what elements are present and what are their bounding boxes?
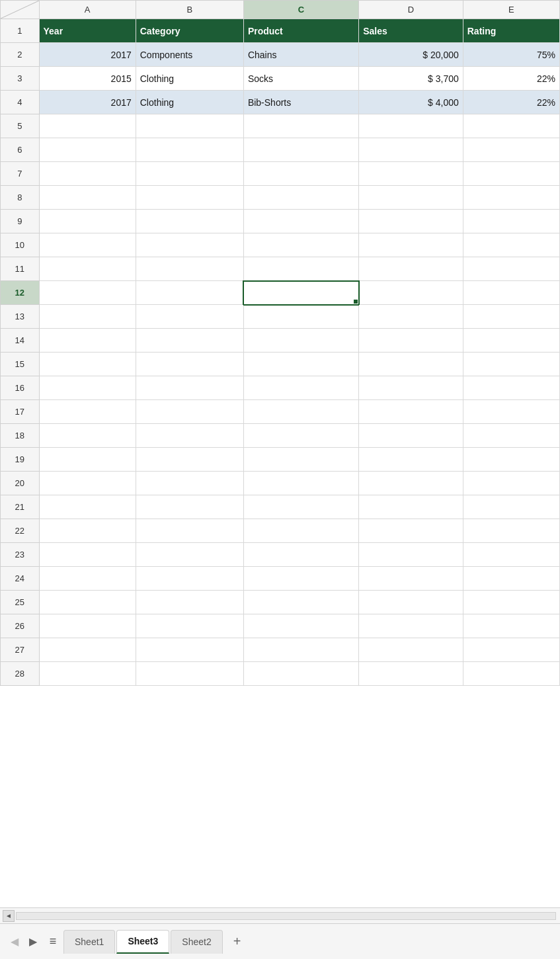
row-header-23[interactable]: 23 <box>1 543 40 567</box>
cell-A18[interactable] <box>39 424 136 448</box>
cell-C4[interactable]: Bib-Shorts <box>243 91 358 114</box>
row-header-7[interactable]: 7 <box>1 162 40 186</box>
cell-B22[interactable] <box>136 519 243 543</box>
cell-E5[interactable] <box>463 114 559 138</box>
cell-A25[interactable] <box>39 591 136 614</box>
tab-next-button[interactable]: ▶ <box>24 931 42 952</box>
cell-C17[interactable] <box>243 400 358 424</box>
tab-menu-button[interactable]: ≡ <box>42 931 63 952</box>
col-header-E[interactable]: E <box>463 1 559 19</box>
cell-B8[interactable] <box>136 186 243 210</box>
cell-D13[interactable] <box>359 305 463 329</box>
row-header-14[interactable]: 14 <box>1 329 40 353</box>
cell-B16[interactable] <box>136 376 243 400</box>
row-header-15[interactable]: 15 <box>1 353 40 376</box>
cell-B10[interactable] <box>136 233 243 257</box>
cell-B26[interactable] <box>136 614 243 638</box>
row-header-9[interactable]: 9 <box>1 210 40 233</box>
cell-E24[interactable] <box>463 567 559 591</box>
cell-B7[interactable] <box>136 162 243 186</box>
cell-C13[interactable] <box>243 305 358 329</box>
cell-D21[interactable] <box>359 495 463 519</box>
col-header-C[interactable]: C <box>243 1 358 19</box>
cell-E17[interactable] <box>463 400 559 424</box>
cell-E11[interactable] <box>463 257 559 281</box>
row-header-13[interactable]: 13 <box>1 305 40 329</box>
cell-D4[interactable]: $ 4,000 <box>359 91 463 114</box>
cell-E1[interactable]: Rating <box>463 19 559 43</box>
cell-B11[interactable] <box>136 257 243 281</box>
cell-B9[interactable] <box>136 210 243 233</box>
cell-A13[interactable] <box>39 305 136 329</box>
cell-A11[interactable] <box>39 257 136 281</box>
cell-A21[interactable] <box>39 495 136 519</box>
cell-C9[interactable] <box>243 210 358 233</box>
cell-A28[interactable] <box>39 662 136 686</box>
cell-E15[interactable] <box>463 353 559 376</box>
row-header-1[interactable]: 1 <box>1 19 40 43</box>
cell-D11[interactable] <box>359 257 463 281</box>
cell-E9[interactable] <box>463 210 559 233</box>
cell-B12[interactable] <box>136 281 243 305</box>
row-header-19[interactable]: 19 <box>1 448 40 472</box>
cell-E27[interactable] <box>463 638 559 662</box>
cell-D18[interactable] <box>359 424 463 448</box>
row-header-27[interactable]: 27 <box>1 638 40 662</box>
cell-D8[interactable] <box>359 186 463 210</box>
cell-C25[interactable] <box>243 591 358 614</box>
row-header-4[interactable]: 4 <box>1 91 40 114</box>
cell-B18[interactable] <box>136 424 243 448</box>
cell-B1[interactable]: Category <box>136 19 243 43</box>
row-header-8[interactable]: 8 <box>1 186 40 210</box>
cell-D3[interactable]: $ 3,700 <box>359 67 463 91</box>
row-header-18[interactable]: 18 <box>1 424 40 448</box>
cell-C8[interactable] <box>243 186 358 210</box>
cell-E12[interactable] <box>463 281 559 305</box>
cell-D7[interactable] <box>359 162 463 186</box>
cell-C22[interactable] <box>243 519 358 543</box>
row-header-16[interactable]: 16 <box>1 376 40 400</box>
cell-C19[interactable] <box>243 448 358 472</box>
cell-A8[interactable] <box>39 186 136 210</box>
scrollbar-track[interactable] <box>16 912 556 920</box>
cell-D1[interactable]: Sales <box>359 19 463 43</box>
cell-C23[interactable] <box>243 543 358 567</box>
add-sheet-button[interactable]: + <box>227 931 248 952</box>
cell-E28[interactable] <box>463 662 559 686</box>
cell-C5[interactable] <box>243 114 358 138</box>
cell-E20[interactable] <box>463 472 559 495</box>
cell-D27[interactable] <box>359 638 463 662</box>
cell-B17[interactable] <box>136 400 243 424</box>
row-header-21[interactable]: 21 <box>1 495 40 519</box>
cell-B24[interactable] <box>136 567 243 591</box>
cell-C26[interactable] <box>243 614 358 638</box>
cell-A23[interactable] <box>39 543 136 567</box>
cell-A22[interactable] <box>39 519 136 543</box>
cell-E7[interactable] <box>463 162 559 186</box>
cell-A4[interactable]: 2017 <box>39 91 136 114</box>
cell-B4[interactable]: Clothing <box>136 91 243 114</box>
cell-D23[interactable] <box>359 543 463 567</box>
cell-A24[interactable] <box>39 567 136 591</box>
row-header-26[interactable]: 26 <box>1 614 40 638</box>
cell-E16[interactable] <box>463 376 559 400</box>
cell-E13[interactable] <box>463 305 559 329</box>
cell-D10[interactable] <box>359 233 463 257</box>
cell-B6[interactable] <box>136 138 243 162</box>
cell-E2[interactable]: 75% <box>463 43 559 67</box>
row-header-12[interactable]: 12 <box>1 281 40 305</box>
cell-C7[interactable] <box>243 162 358 186</box>
row-header-3[interactable]: 3 <box>1 67 40 91</box>
cell-E14[interactable] <box>463 329 559 353</box>
row-header-2[interactable]: 2 <box>1 43 40 67</box>
cell-C12[interactable] <box>243 281 358 305</box>
cell-C15[interactable] <box>243 353 358 376</box>
cell-A27[interactable] <box>39 638 136 662</box>
cell-C11[interactable] <box>243 257 358 281</box>
row-header-25[interactable]: 25 <box>1 591 40 614</box>
tab-prev-button[interactable]: ◀ <box>5 931 24 952</box>
cell-C10[interactable] <box>243 233 358 257</box>
cell-A1[interactable]: Year <box>39 19 136 43</box>
cell-A6[interactable] <box>39 138 136 162</box>
cell-E3[interactable]: 22% <box>463 67 559 91</box>
